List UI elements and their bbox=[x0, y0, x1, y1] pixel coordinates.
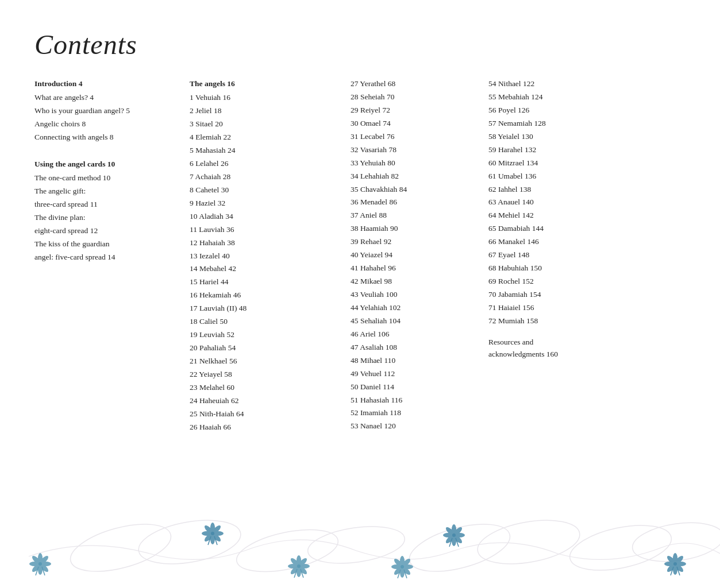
list-item: 69 Rochel 152 bbox=[488, 275, 621, 288]
list-item: 61 Umabel 136 bbox=[488, 170, 621, 183]
flower-4 bbox=[443, 524, 465, 547]
list-item: 50 Daniel 114 bbox=[351, 381, 477, 394]
list-item: 40 Yeiazel 94 bbox=[351, 249, 477, 262]
list-item: 55 Mebahiah 124 bbox=[488, 91, 621, 104]
list-item: 56 Poyel 126 bbox=[488, 104, 621, 117]
flower-5 bbox=[391, 556, 413, 578]
column-2: The angels 16 1 Vehuiah 16 2 Jeliel 18 3… bbox=[190, 78, 339, 434]
list-item: 14 Mebahel 42 bbox=[190, 262, 339, 276]
list-item: 42 Mikael 98 bbox=[351, 275, 477, 288]
list-item: 66 Manakel 146 bbox=[488, 235, 621, 249]
list-item: 65 Damabiah 144 bbox=[488, 222, 621, 235]
list-item: 45 Sehaliah 104 bbox=[351, 315, 477, 328]
flower-3 bbox=[288, 555, 310, 578]
list-item: What are angels? 4 bbox=[34, 91, 184, 105]
flower-6 bbox=[664, 553, 686, 575]
list-item: 25 Nith-Haiah 64 bbox=[190, 408, 339, 421]
content-area: Introduction 4 What are angels? 4 Who is… bbox=[34, 78, 686, 434]
list-item: 53 Nanael 120 bbox=[351, 420, 477, 433]
list-item: Angelic choirs 8 bbox=[34, 118, 184, 131]
angels-heading: The angels 16 bbox=[190, 78, 339, 90]
list-item: The one-card method 10 bbox=[34, 172, 184, 185]
list-item: 21 Nelkhael 56 bbox=[190, 355, 339, 368]
list-item: 3 Sitael 20 bbox=[190, 118, 339, 131]
list-item: 26 Haaiah 66 bbox=[190, 421, 339, 434]
list-item: 34 Lehahiah 82 bbox=[351, 170, 477, 183]
list-item: 8 Cahetel 30 bbox=[190, 184, 339, 197]
column-4: 54 Nithael 122 55 Mebahiah 124 56 Poyel … bbox=[488, 78, 621, 361]
list-item: 46 Ariel 106 bbox=[351, 328, 477, 341]
list-item: 36 Menadel 86 bbox=[351, 196, 477, 209]
list-item: 13 Iezalel 40 bbox=[190, 250, 339, 263]
list-item: 20 Pahaliah 54 bbox=[190, 342, 339, 355]
list-item: 32 Vasariah 78 bbox=[351, 144, 477, 157]
list-item: 72 Mumiah 158 bbox=[488, 315, 621, 328]
list-item: 52 Imamiah 118 bbox=[351, 407, 477, 420]
list-item: 35 Chavakhiah 84 bbox=[351, 183, 477, 196]
svg-point-2 bbox=[233, 522, 341, 579]
svg-point-3 bbox=[306, 521, 407, 568]
list-item: 43 Veuliah 100 bbox=[351, 288, 477, 301]
list-item: 57 Nemamiah 128 bbox=[488, 117, 621, 130]
list-item: 68 Habuhiah 150 bbox=[488, 262, 621, 275]
list-item: 28 Seheiah 70 bbox=[351, 91, 477, 104]
flower-2 bbox=[202, 523, 224, 545]
list-item: 10 Aladiah 34 bbox=[190, 210, 339, 223]
list-item: 5 Mahasiah 24 bbox=[190, 144, 339, 157]
svg-point-49 bbox=[452, 533, 456, 537]
list-item: 64 Mehiel 142 bbox=[488, 209, 621, 222]
list-item: 12 Hahaiah 38 bbox=[190, 237, 339, 250]
list-item: 38 Haamiah 90 bbox=[351, 222, 477, 235]
list-item: 33 Yehuiah 80 bbox=[351, 157, 477, 170]
svg-point-27 bbox=[211, 532, 214, 535]
page-title: Contents bbox=[34, 29, 686, 60]
list-item: 70 Jabamiah 154 bbox=[488, 288, 621, 301]
list-item: 4 Elemiah 22 bbox=[190, 131, 339, 144]
column-1: Introduction 4 What are angels? 4 Who is… bbox=[34, 78, 184, 264]
list-item: 47 Asaliah 108 bbox=[351, 341, 477, 354]
list-item: 22 Yeiayel 58 bbox=[190, 368, 339, 381]
list-item: 15 Hariel 44 bbox=[190, 276, 339, 289]
svg-point-1 bbox=[135, 513, 244, 571]
list-item: 7 Achaiah 28 bbox=[190, 171, 339, 184]
list-item: 67 Eyael 148 bbox=[488, 249, 621, 262]
list-item: Who is your guardian angel? 5 bbox=[34, 105, 184, 118]
decoration-container bbox=[0, 473, 720, 588]
list-item: 48 Mihael 110 bbox=[351, 354, 477, 368]
list-item: 2 Jeliel 18 bbox=[190, 105, 339, 118]
intro-heading: Introduction 4 bbox=[34, 78, 184, 90]
angel-cards-heading: Using the angel cards 10 bbox=[34, 158, 184, 171]
flower-1 bbox=[29, 553, 51, 575]
list-item: The kiss of the guardianangel: five-card… bbox=[34, 238, 184, 264]
list-item: 23 Melahel 60 bbox=[190, 381, 339, 394]
svg-point-4 bbox=[405, 515, 515, 581]
list-item: 6 Lelahel 26 bbox=[190, 157, 339, 171]
list-item: 19 Leuviah 52 bbox=[190, 328, 339, 342]
svg-point-5 bbox=[474, 513, 583, 571]
list-item: 39 Rehael 92 bbox=[351, 235, 477, 249]
list-item: 24 Haheuiah 62 bbox=[190, 394, 339, 408]
list-item: 9 Haziel 32 bbox=[190, 197, 339, 210]
column-3: 27 Yerathel 68 28 Seheiah 70 29 Reiyel 7… bbox=[351, 78, 477, 433]
decoration-svg bbox=[0, 473, 720, 588]
list-item: 11 Lauviah 36 bbox=[190, 223, 339, 237]
list-item: 1 Vehuiah 16 bbox=[190, 91, 339, 105]
list-item: 71 Haiaiel 156 bbox=[488, 301, 621, 315]
list-item: 18 Caliel 50 bbox=[190, 315, 339, 328]
list-item: 63 Anauel 140 bbox=[488, 196, 621, 209]
svg-point-60 bbox=[401, 565, 404, 568]
list-item: 31 Lecabel 76 bbox=[351, 130, 477, 144]
resources-footer: Resources andacknowledgments 160 bbox=[488, 336, 621, 361]
list-item: 54 Nithael 122 bbox=[488, 78, 621, 91]
list-item: 49 Vehuel 112 bbox=[351, 368, 477, 381]
list-item: 41 Hahahel 96 bbox=[351, 262, 477, 275]
list-item: 62 Iahhel 138 bbox=[488, 183, 621, 196]
list-item: 29 Reiyel 72 bbox=[351, 104, 477, 117]
list-item: 51 Hahasiah 116 bbox=[351, 394, 477, 407]
svg-point-38 bbox=[297, 564, 301, 568]
list-item: The angelic gift:three-card spread 11 bbox=[34, 185, 184, 211]
list-item: 58 Yeialel 130 bbox=[488, 130, 621, 144]
svg-point-16 bbox=[38, 562, 42, 566]
list-item: Connecting with angels 8 bbox=[34, 131, 184, 144]
svg-point-71 bbox=[673, 562, 677, 566]
